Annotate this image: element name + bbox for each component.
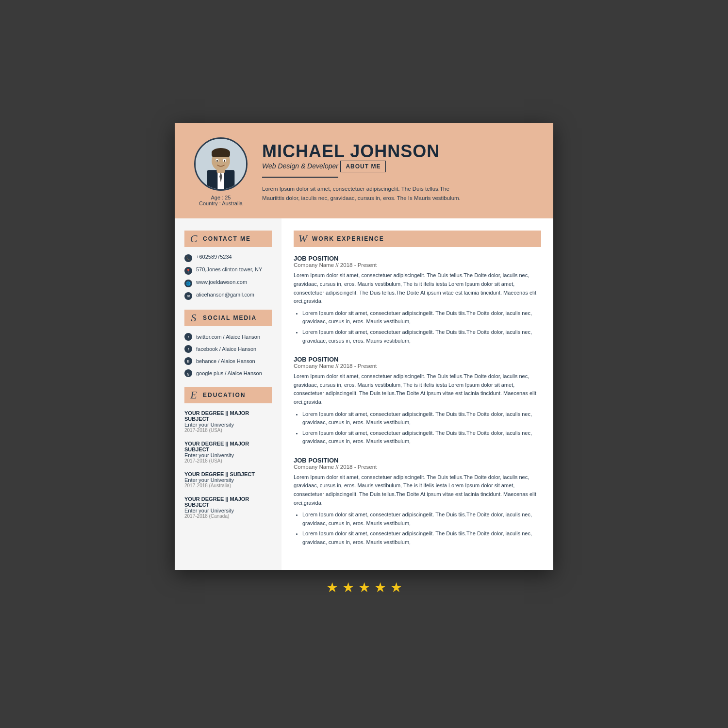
social-twitter: t twitter.com / Alaice Hanson — [184, 333, 272, 341]
work-title: WORK EXPERIENCE — [312, 235, 384, 242]
job-item-1: JOB POSITION Company Name // 2018 - Pres… — [294, 255, 541, 345]
social-section: S SOCIAL MEDIA t twitter.com / Alaice Ha… — [184, 310, 272, 377]
edu-degree-4: YOUR DEGREE || MAJOR SUBJECT — [184, 496, 272, 508]
header-right: MICHAEL JOHNSON Web Design & Developer A… — [262, 142, 534, 202]
about-text: Lorem Ipsum dolor sit amet, consectetuer… — [262, 184, 466, 202]
edu-item-2: YOUR DEGREE || MAJOR SUBJECT Enter your … — [184, 441, 272, 463]
social-google-text: google plus / Alaice Hanson — [196, 370, 262, 376]
social-google: g google plus / Alaice Hanson — [184, 369, 272, 377]
contact-email-text: alicehanson@gamil.com — [196, 292, 254, 298]
social-title: SOCIAL MEDIA — [203, 314, 257, 321]
email-icon: ✉ — [184, 292, 192, 300]
star-1: ★ — [326, 579, 338, 596]
contact-address: 📍 570,Jones clinton tower, NY — [184, 266, 272, 275]
edu-degree-3: YOUR DEGREE || SUBJECT — [184, 471, 272, 477]
stars-rating: ★ ★ ★ ★ ★ — [326, 579, 402, 596]
resume-document: Age : 25 Country : Australia MICHAEL JOH… — [175, 123, 553, 569]
job-bullets-3: Lorem Ipsum dolor sit amet, consectetuer… — [294, 511, 541, 546]
bullet-2-1: Lorem Ipsum dolor sit amet, consectetuer… — [302, 410, 541, 427]
work-section-header: W WORK EXPERIENCE — [294, 231, 541, 247]
star-5: ★ — [390, 579, 402, 596]
google-icon: g — [184, 369, 192, 377]
edu-year-4: 2017-2018 (Canada) — [184, 513, 272, 519]
job-bullets-2: Lorem Ipsum dolor sit amet, consectetuer… — [294, 410, 541, 446]
edu-degree-1: YOUR DEGREE || MAJOR SUBJECT — [184, 410, 272, 422]
job-item-3: JOB POSITION Company Name // 2018 - Pres… — [294, 457, 541, 547]
edu-university-2: Enter your University — [184, 452, 272, 458]
job-title: Web Design & Developer — [262, 162, 338, 170]
behance-icon: B — [184, 357, 192, 365]
social-letter: S — [184, 312, 203, 324]
social-facebook: f facebook / Alaice Hanson — [184, 345, 272, 353]
job-position-3: JOB POSITION — [294, 457, 541, 464]
right-column: W WORK EXPERIENCE JOB POSITION Company N… — [281, 218, 553, 569]
education-section: E EDUCATION YOUR DEGREE || MAJOR SUBJECT… — [184, 387, 272, 519]
contact-web-text: www.joeldawson.com — [196, 279, 247, 285]
job-desc-3: Lorem Ipsum dolor sit amet, consectetuer… — [294, 473, 541, 507]
education-section-header: E EDUCATION — [184, 387, 272, 403]
contact-title: CONTACT ME — [203, 235, 251, 242]
age-label: Age : 25 — [194, 195, 248, 200]
edu-university-4: Enter your University — [184, 508, 272, 513]
edu-year-3: 2017-2018 (Australia) — [184, 483, 272, 488]
edu-item-3: YOUR DEGREE || SUBJECT Enter your Univer… — [184, 471, 272, 488]
job-desc-2: Lorem Ipsum dolor sit amet, consectetuer… — [294, 372, 541, 406]
edu-university-3: Enter your University — [184, 477, 272, 483]
avatar-wrapper: Age : 25 Country : Australia — [194, 137, 248, 206]
social-twitter-text: twitter.com / Alaice Hanson — [196, 334, 260, 340]
edu-item-4: YOUR DEGREE || MAJOR SUBJECT Enter your … — [184, 496, 272, 519]
bullet-1-1: Lorem Ipsum dolor sit amet, consectetuer… — [302, 309, 541, 326]
contact-address-text: 570,Jones clinton tower, NY — [196, 266, 262, 272]
edu-university-1: Enter your University — [184, 422, 272, 428]
bullet-2-2: Lorem Ipsum dolor sit amet, consectetuer… — [302, 429, 541, 446]
edu-year-2: 2017-2018 (USA) — [184, 458, 272, 463]
resume-body: C CONTACT ME 📞 +60258975234 📍 570,Jones … — [175, 218, 553, 569]
avatar-info: Age : 25 Country : Australia — [194, 195, 248, 206]
star-2: ★ — [342, 579, 354, 596]
work-letter: W — [294, 232, 312, 245]
job-position-2: JOB POSITION — [294, 356, 541, 363]
job-company-1: Company Name // 2018 - Present — [294, 262, 541, 268]
job-company-3: Company Name // 2018 - Present — [294, 464, 541, 470]
education-title: EDUCATION — [203, 392, 246, 398]
contact-phone: 📞 +60258975234 — [184, 254, 272, 262]
edu-year-1: 2017-2018 (USA) — [184, 428, 272, 433]
location-icon: 📍 — [184, 267, 192, 275]
resume-header: Age : 25 Country : Australia MICHAEL JOH… — [175, 123, 553, 218]
edu-degree-2: YOUR DEGREE || MAJOR SUBJECT — [184, 441, 272, 452]
contact-section: C CONTACT ME 📞 +60258975234 📍 570,Jones … — [184, 231, 272, 300]
twitter-icon: t — [184, 333, 192, 341]
about-me-label: ABOUT ME — [340, 161, 386, 172]
page-wrapper: Age : 25 Country : Australia MICHAEL JOH… — [175, 123, 553, 595]
job-item-2: JOB POSITION Company Name // 2018 - Pres… — [294, 356, 541, 446]
candidate-name: MICHAEL JOHNSON — [262, 142, 534, 161]
avatar-image — [196, 139, 246, 189]
job-desc-1: Lorem Ipsum dolor sit amet, consectetuer… — [294, 271, 541, 305]
star-3: ★ — [358, 579, 370, 596]
contact-web: 🌐 www.joeldawson.com — [184, 279, 272, 287]
edu-item-1: YOUR DEGREE || MAJOR SUBJECT Enter your … — [184, 410, 272, 433]
star-4: ★ — [374, 579, 386, 596]
country-label: Country : Australia — [194, 200, 248, 206]
bullet-3-1: Lorem Ipsum dolor sit amet, consectetuer… — [302, 511, 541, 528]
job-company-2: Company Name // 2018 - Present — [294, 363, 541, 369]
svg-rect-7 — [212, 152, 230, 157]
social-facebook-text: facebook / Alaice Hanson — [196, 346, 256, 352]
bullet-1-2: Lorem Ipsum dolor sit amet, consectetuer… — [302, 328, 541, 345]
left-column: C CONTACT ME 📞 +60258975234 📍 570,Jones … — [175, 218, 281, 569]
globe-icon: 🌐 — [184, 280, 192, 287]
contact-section-header: C CONTACT ME — [184, 231, 272, 247]
bullet-3-2: Lorem Ipsum dolor sit amet, consectetuer… — [302, 529, 541, 546]
contact-phone-text: +60258975234 — [196, 254, 232, 260]
svg-point-10 — [216, 160, 218, 162]
contact-letter: C — [184, 232, 203, 245]
job-position-1: JOB POSITION — [294, 255, 541, 262]
education-letter: E — [184, 389, 203, 401]
phone-icon: 📞 — [184, 254, 192, 262]
job-bullets-1: Lorem Ipsum dolor sit amet, consectetuer… — [294, 309, 541, 345]
svg-point-11 — [224, 160, 225, 162]
social-behance-text: behance / Alaice Hanson — [196, 358, 255, 364]
social-behance: B behance / Alaice Hanson — [184, 357, 272, 365]
social-section-header: S SOCIAL MEDIA — [184, 310, 272, 326]
facebook-icon: f — [184, 345, 192, 353]
